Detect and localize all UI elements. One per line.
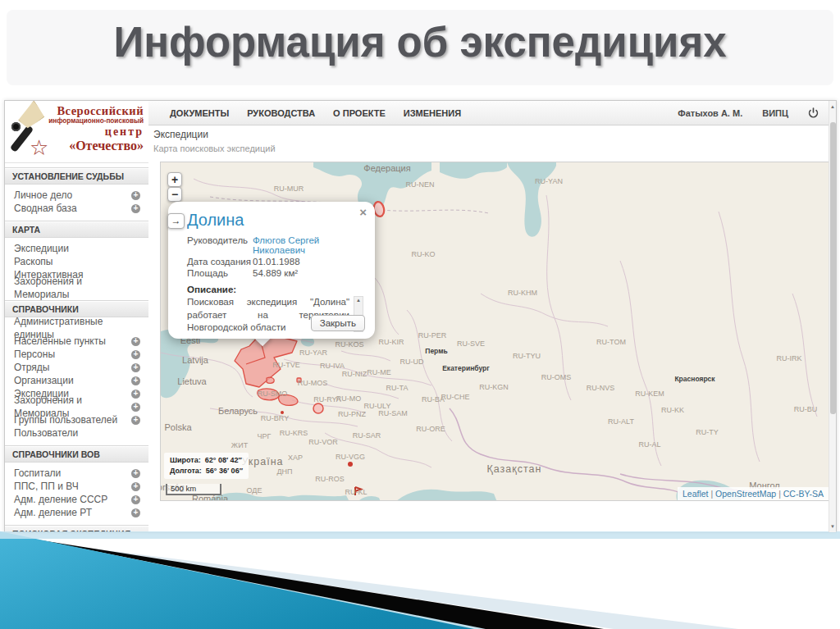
map-label: ХАР [288, 454, 303, 462]
map-label: Екатеринбург [442, 364, 490, 372]
plus-icon[interactable]: + [131, 482, 140, 491]
leaflet-link[interactable]: Leaflet [682, 489, 709, 499]
map-label: RU-TA [386, 384, 409, 392]
map-label: RU-VGG [336, 453, 365, 461]
sidebar-item[interactable]: Сводная база + [5, 202, 148, 215]
sidebar-item[interactable]: Административные единицы + [5, 321, 148, 335]
sidebar-item[interactable]: Адм. деление РТ + [5, 506, 148, 519]
map-label: RU-SMO [258, 390, 288, 398]
sidebar-item[interactable]: ППС, ПП и ВЧ + [5, 480, 148, 493]
map-label: RU-UD [400, 358, 424, 366]
sidebar-item[interactable]: Захоронения и Мемориалы + [5, 400, 148, 413]
map-label: RU-TY [696, 428, 719, 436]
expand-arrow-button[interactable]: → [167, 213, 185, 229]
star-icon: ☆ [30, 137, 48, 158]
map-label: RU-MOS [298, 379, 328, 387]
sidebar-item[interactable]: Организации + [5, 374, 148, 387]
map-label: RU-NEN [406, 180, 435, 189]
map-label: RU-ORE [416, 425, 445, 433]
plus-icon[interactable]: + [131, 469, 140, 478]
map-label: RU-ALT [608, 417, 634, 426]
scrollbar-up-icon[interactable]: ▲ [829, 102, 836, 112]
map-label: RU-TVE [272, 361, 300, 369]
map[interactable]: ФедерацияRU-MURRU-NENRU-YANRU-KORU-KHMRU… [160, 162, 829, 501]
page-scrollbar[interactable]: ▲ ▼ [829, 101, 836, 532]
scrollbar-down-icon[interactable]: ▼ [829, 522, 836, 531]
nav-item[interactable]: О ПРОЕКТЕ [333, 108, 386, 118]
top-nav: ДОКУМЕНТЫРУКОВОДСТВАО ПРОЕКТЕИЗМЕНЕНИЯ Ф… [148, 101, 830, 125]
logo-panel[interactable]: ☆ Всероссийский информационно-поисковый … [5, 101, 148, 163]
plus-icon[interactable]: + [131, 416, 140, 425]
page-subtitle: Карта поисковых экспедиций [153, 144, 276, 153]
sidebar-item[interactable]: Отряды + [5, 361, 148, 374]
scale-bar: 500 km [166, 484, 221, 495]
app-window: ☆ Всероссийский информационно-поисковый … [4, 100, 837, 533]
sidebar-item[interactable]: Адм. деление СССР + [5, 493, 148, 506]
sidebar-item[interactable]: Личное дело + [5, 189, 148, 202]
sidebar-section: СПРАВОЧНИКИ Административные единицы + Н… [5, 301, 148, 441]
user-name[interactable]: Фатыхов А. М. [678, 108, 742, 118]
map-label: RU-SVE [457, 340, 485, 348]
sidebar-section: УСТАНОВЛЕНИЕ СУДЬБЫ Личное дело + Сводна… [5, 168, 148, 217]
map-label: RU-KL [345, 488, 367, 496]
sidebar-item[interactable]: Госпитали + [5, 467, 148, 480]
map-label: RU-BU [794, 405, 818, 413]
map-label: ЖИТ [231, 441, 248, 449]
map-label: RU-MUR [274, 185, 304, 193]
zoom-in-button[interactable]: + [167, 172, 182, 187]
map-label: Федерация [363, 163, 410, 173]
sidebar-item[interactable]: Захоронения и Мемориалы + [5, 281, 148, 294]
map-label: RU-YAR [299, 349, 327, 357]
field-value: 01.01.1988 [253, 257, 363, 267]
sidebar-item[interactable]: Экспедиции + [5, 242, 148, 255]
sidebar-item[interactable]: Персоны + [5, 348, 148, 361]
map-label: RU-PER [418, 331, 447, 340]
map-label: Красноярск [674, 375, 714, 383]
plus-icon[interactable]: + [131, 350, 140, 359]
zoom-out-button[interactable]: − [167, 187, 182, 202]
plus-icon[interactable]: + [131, 191, 140, 200]
plus-icon[interactable]: + [131, 495, 140, 504]
scroll-up-icon[interactable]: ▲ [354, 298, 363, 303]
map-label: RU-KRS [280, 429, 308, 437]
close-button[interactable]: Закрыть [311, 315, 365, 331]
map-label: RU-TOM [596, 338, 626, 346]
field-label: Дата создания [187, 257, 253, 267]
plus-icon[interactable]: + [131, 363, 140, 372]
scrollbar-thumb[interactable] [830, 122, 836, 414]
map-label: RU-KOS [335, 340, 363, 349]
power-icon[interactable] [808, 107, 819, 118]
sidebar-item[interactable]: Пользователи + [5, 426, 148, 440]
plus-icon[interactable]: + [131, 390, 140, 399]
sidebar-section-title: СПРАВОЧНИКИ ВОВ [5, 446, 148, 463]
sidebar-section: СПРАВОЧНИКИ ВОВ Госпитали + ППС, ПП и ВЧ… [5, 446, 148, 521]
torch-icon: ☆ [7, 104, 49, 162]
sidebar-section-title: КАРТА [5, 221, 148, 238]
map-label: RU-KK [661, 406, 684, 414]
map-label: RU-KEM [635, 390, 664, 398]
osm-link[interactable]: OpenStreetMap [715, 489, 776, 499]
nav-item[interactable]: ИЗМЕНЕНИЯ [404, 108, 461, 118]
popup-close-icon[interactable]: × [359, 206, 367, 218]
nav-item[interactable]: ДОКУМЕНТЫ [170, 108, 229, 118]
plus-icon[interactable]: + [131, 376, 140, 385]
map-label: RU-IRK [777, 354, 802, 362]
plus-icon[interactable]: + [131, 508, 140, 517]
license-link[interactable]: CC-BY-SA [783, 489, 824, 499]
plus-icon[interactable]: + [131, 204, 140, 213]
coordinates-box: Широта: 62° 08′ 42″ Долгота: 56° 36′ 06″ [164, 453, 249, 479]
logo-text: Всероссийский информационно-поисковый це… [47, 105, 144, 153]
sidebar-section: КАРТА Экспедиции + Раскопы + Интерактивн… [5, 221, 148, 296]
map-label: RU-BRY [261, 414, 289, 422]
map-label: RU-CHE [441, 393, 470, 401]
plus-icon[interactable]: + [131, 337, 140, 346]
org-link[interactable]: ВИПЦ [762, 108, 788, 118]
field-label: Руководитель [187, 235, 253, 255]
plus-icon[interactable]: + [131, 403, 140, 412]
leader-link[interactable]: Флюгов Сергей Николаевич [253, 235, 363, 255]
map-attribution: Leaflet | OpenStreetMap | CC-BY-SA [678, 487, 829, 500]
popup-title: Долина [187, 211, 363, 230]
map-label: RU-KHM [508, 289, 537, 297]
sidebar-item[interactable]: Раскопы + [5, 255, 148, 268]
nav-item[interactable]: РУКОВОДСТВА [247, 108, 315, 118]
